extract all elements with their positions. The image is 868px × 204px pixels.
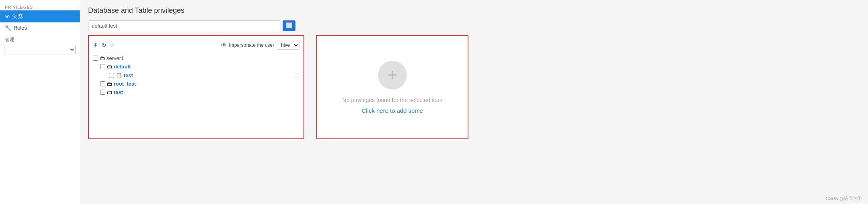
privileges-panel: + No privileges found for the selected i… xyxy=(316,35,468,139)
db-input-row: ⬜ xyxy=(88,20,860,31)
copy-icon[interactable]: ▢ xyxy=(294,72,299,78)
checkbox-default[interactable] xyxy=(100,64,105,69)
db-input[interactable] xyxy=(88,20,280,31)
content-layout: 🖈 ↻ ↺ 👁 Impersonate the user hive 🗀 serv… xyxy=(88,35,860,139)
checkbox-root-test[interactable] xyxy=(100,81,105,86)
sidebar-group-label: 管理 xyxy=(0,33,80,45)
plus-circle: + xyxy=(378,61,407,90)
tree-node-test-table[interactable]: 📋 test ▢ xyxy=(89,71,303,80)
undo-icon[interactable]: ↺ xyxy=(110,42,115,48)
sidebar-item-label-browse: 浏览 xyxy=(12,13,23,20)
impersonate-label-group: 👁 Impersonate the user hive xyxy=(221,41,299,50)
main-content: Database and Table privileges ⬜ 🖈 ↻ ↺ 👁 … xyxy=(80,0,868,204)
external-link-icon: ⬜ xyxy=(286,22,292,28)
sidebar-section-label: PRIVILEGES xyxy=(0,3,80,10)
pin-icon[interactable]: 🖈 xyxy=(93,42,98,48)
tree-node-label-test-db: test xyxy=(114,89,123,95)
tree-panel: 🖈 ↻ ↺ 👁 Impersonate the user hive 🗀 serv… xyxy=(88,35,304,139)
tree-node-label-root-test: root_test xyxy=(114,81,136,87)
external-link-button[interactable]: ⬜ xyxy=(283,20,295,31)
sidebar-item-browse[interactable]: 👁 浏览 xyxy=(0,10,80,22)
sidebar-dropdown[interactable] xyxy=(4,45,76,54)
tree-node-label-server1: server1 xyxy=(106,55,124,61)
impersonate-select[interactable]: hive xyxy=(277,41,299,50)
tree-toolbar: 🖈 ↻ ↺ 👁 Impersonate the user hive xyxy=(89,39,303,52)
db-icon-test: 🗃 xyxy=(107,89,112,95)
roles-icon: 🔧 xyxy=(5,25,11,31)
checkbox-test-db[interactable] xyxy=(100,90,105,95)
click-add-link[interactable]: Click here to add some xyxy=(362,107,423,114)
sidebar-item-label-roles: Roles xyxy=(14,25,27,31)
table-icon-test: 📋 xyxy=(116,72,122,78)
checkbox-server1[interactable] xyxy=(93,56,98,61)
refresh-icon[interactable]: ↻ xyxy=(102,42,106,48)
no-privileges-text: No privileges found for the selected ite… xyxy=(342,97,442,103)
tree-node-root-test[interactable]: 🗃 root_test xyxy=(89,80,303,88)
tree-node-test-db[interactable]: 🗃 test xyxy=(89,88,303,96)
db-icon-default: 🗃 xyxy=(107,64,112,70)
footer-credit: CSDN @陈同学① xyxy=(826,196,862,202)
tree-node-label-default: default xyxy=(114,64,131,70)
page-title: Database and Table privileges xyxy=(88,6,860,15)
sidebar: PRIVILEGES 👁 浏览 🔧 Roles 管理 xyxy=(0,0,80,204)
db-icon-root-test: 🗃 xyxy=(107,81,112,87)
server-icon: 🗀 xyxy=(100,55,105,61)
eye-icon: 👁 xyxy=(221,42,227,48)
sidebar-item-roles[interactable]: 🔧 Roles xyxy=(0,22,80,33)
impersonate-text: Impersonate the user xyxy=(229,42,274,48)
plus-icon: + xyxy=(388,67,398,84)
checkbox-test-table[interactable] xyxy=(109,73,114,78)
browse-icon: 👁 xyxy=(5,14,10,20)
tree-node-label-test-table: test xyxy=(124,72,133,78)
tree-node-default[interactable]: 🗃 default xyxy=(89,62,303,71)
tree-node-server1[interactable]: 🗀 server1 xyxy=(89,54,303,62)
